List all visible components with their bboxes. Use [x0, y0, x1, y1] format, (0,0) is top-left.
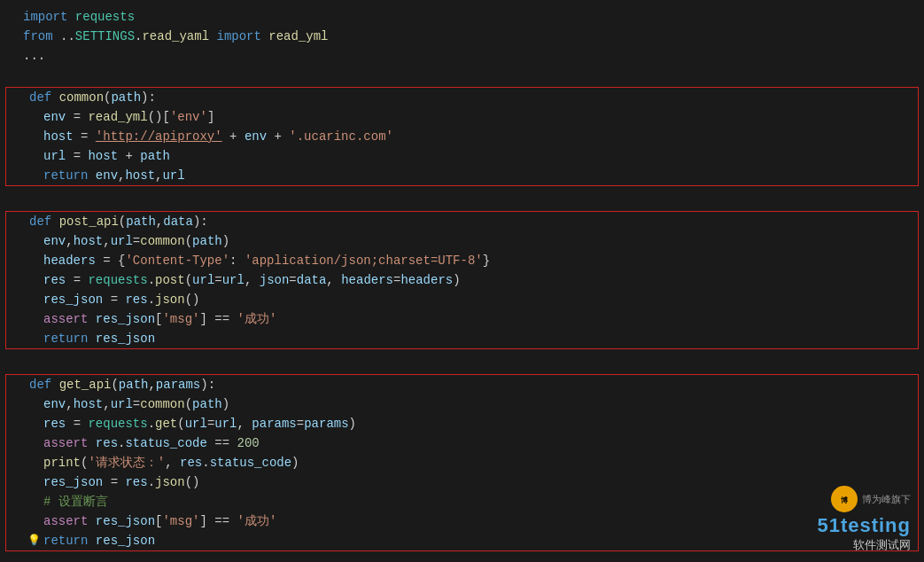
code-line-15: assert res_json['msg'] == '成功' [6, 309, 918, 329]
code-line-19: res = requests.get(url=url, params=param… [6, 414, 918, 433]
box-post-api: def post_api(path,data): env,host,url=co… [5, 211, 919, 349]
watermark-name: 51testing [817, 514, 911, 537]
watermark-subtitle: 软件测试网 [817, 537, 911, 553]
code-line-17: def get_api(path,params): [6, 375, 918, 394]
watermark: 博 博为峰旗下 51testing 软件测试网 [817, 486, 911, 553]
code-line-blank3 [0, 353, 924, 372]
code-line-23: # 设置断言 [6, 492, 918, 511]
box-common: def common(path): env = read_yml()['env'… [5, 87, 919, 186]
svg-text:博: 博 [841, 496, 848, 504]
watermark-logo-icon: 博 [831, 486, 858, 512]
code-line-6: env = read_yml()['env'] [6, 107, 918, 127]
box-get-api: def get_api(path,params): env,host,url=c… [5, 374, 919, 551]
watermark-brand: 博为峰旗下 [862, 493, 911, 506]
code-editor: import requests from ..SETTINGS.read_yam… [0, 0, 924, 562]
code-line-25: 💡 return res_json [6, 531, 918, 550]
code-line-1: import requests [0, 7, 924, 27]
code-line-10: def post_api(path,data): [6, 212, 918, 231]
code-line-18: env,host,url=common(path) [6, 394, 918, 414]
code-line-13: res = requests.post(url=url, json=data, … [6, 270, 918, 290]
code-line-12: headers = {'Content-Type': 'application/… [6, 251, 918, 270]
code-line-24: assert res_json['msg'] == '成功' [6, 511, 918, 531]
code-line-3: ... [0, 46, 924, 66]
code-line-20: assert res.status_code == 200 [6, 433, 918, 453]
code-line-16: return res_json [6, 329, 918, 348]
watermark-top: 博 博为峰旗下 [817, 486, 911, 512]
code-line-14: res_json = res.json() [6, 290, 918, 309]
code-line-9: return env,host,url [6, 166, 918, 185]
code-line-2: from ..SETTINGS.read_yaml import read_ym… [0, 27, 924, 46]
code-line-22: res_json = res.json() [6, 472, 918, 492]
code-line-11: env,host,url=common(path) [6, 231, 918, 251]
code-line-blank2 [0, 190, 924, 209]
code-line-7: host = 'http://apiproxy' + env + '.ucari… [6, 127, 918, 146]
code-line-8: url = host + path [6, 146, 918, 166]
code-line-blank1 [0, 66, 924, 85]
code-line-21: print('请求状态：', res.status_code) [6, 453, 918, 472]
code-line-5: def common(path): [6, 88, 918, 107]
